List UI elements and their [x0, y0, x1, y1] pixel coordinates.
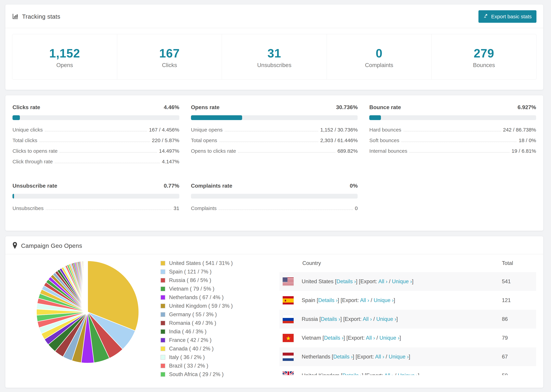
- rate-progress-track: [191, 115, 358, 120]
- legend-label: Brazil ( 33 / 2% ): [169, 363, 208, 369]
- rate-panel-header: Opens rate30.736%: [191, 104, 358, 111]
- stat-row-value: 19 / 6.81%: [512, 148, 536, 154]
- pie-slice-other[interactable]: [87, 261, 88, 312]
- country-name: Netherlands: [302, 354, 332, 360]
- stat-label: Unsubscribes: [222, 62, 327, 68]
- legend-label: Canada ( 40 / 2% ): [169, 346, 213, 352]
- total-cell: 79: [502, 329, 536, 347]
- legend-swatch: [161, 278, 165, 283]
- stat-row-label: Unsubscribes: [13, 205, 44, 211]
- legend-label: Spain ( 121 / 7% ): [169, 269, 212, 275]
- flag-vn-icon: [283, 334, 294, 342]
- country-cell: Netherlands [Details ›] [Export: All › /…: [279, 347, 502, 366]
- dotted-leader: [55, 163, 160, 163]
- rate-value: 0%: [350, 183, 358, 189]
- rate-title: Unsubscribe rate: [13, 183, 57, 189]
- stat-row-label: Total clicks: [13, 138, 37, 143]
- map-pin-icon: [12, 242, 18, 250]
- legend-label: South Africa ( 29 / 2% ): [169, 371, 224, 378]
- export-icon: [483, 13, 488, 20]
- legend-item-netherlands: Netherlands ( 67 / 4% ): [161, 294, 263, 301]
- stat-row-label: Complaints: [191, 205, 217, 211]
- stat-row-label: Unique clicks: [13, 127, 43, 133]
- stat-row-label: Hard bounces: [369, 127, 401, 133]
- stat-row-label: Unique opens: [191, 127, 223, 133]
- country-row-text: Vietnam [Details ›] [Export: All › / Uni…: [302, 335, 401, 341]
- details-link[interactable]: Details ›: [321, 316, 340, 322]
- stat-row-value: 1,152 / 30.736%: [320, 127, 358, 133]
- legend-swatch: [161, 338, 165, 343]
- stat-row-label: Internal bounces: [369, 148, 407, 154]
- dotted-leader: [39, 142, 150, 142]
- rate-panel-header: Clicks rate4.46%: [13, 104, 179, 111]
- export-all-link[interactable]: All ›: [363, 316, 372, 322]
- legend-swatch: [161, 269, 165, 274]
- rate-value: 6.927%: [517, 104, 536, 111]
- country-name: Vietnam: [302, 335, 323, 341]
- rate-progress-track: [369, 115, 536, 120]
- rate-panel-clicks-rate: Clicks rate4.46%Unique clicks167 / 4.456…: [13, 104, 179, 169]
- stat-row-click-through-rate: Click through rate4.147%: [13, 159, 179, 164]
- legend-label: Romania ( 49 / 3% ): [169, 320, 216, 326]
- legend-swatch: [161, 261, 165, 266]
- rate-value: 0.77%: [164, 183, 179, 189]
- summary-stat-clicks: 167Clicks: [117, 34, 222, 79]
- details-link[interactable]: Details ›: [318, 297, 338, 303]
- country-row-text: Russia [Details ›] [Export: All › / Uniq…: [302, 316, 398, 322]
- export-all-link[interactable]: All ›: [375, 354, 384, 360]
- rate-panel-bounce-rate: Bounce rate6.927%Hard bounces242 / 86.73…: [369, 104, 536, 169]
- export-all-link[interactable]: All ›: [378, 279, 387, 284]
- export-unique-link[interactable]: Unique ›: [398, 372, 418, 375]
- campaign-geo-opens-card: Campaign Geo Opens United States ( 541 /…: [5, 236, 544, 388]
- export-all-link[interactable]: All ›: [384, 372, 393, 375]
- dotted-leader: [401, 142, 517, 142]
- stat-label: Bounces: [431, 62, 536, 68]
- rate-panel-opens-rate: Opens rate30.736%Unique opens1,152 / 30.…: [191, 104, 358, 169]
- country-name: Russia: [302, 316, 319, 322]
- country-cell: United Kingdom [Details ›] [Export: All …: [279, 366, 502, 375]
- export-basic-stats-button[interactable]: Export basic stats: [479, 10, 537, 23]
- rate-panel-header: Unsubscribe rate0.77%: [13, 183, 179, 189]
- flag-es-icon: [283, 296, 294, 305]
- legend-swatch: [161, 312, 165, 317]
- column-header-total: Total: [502, 254, 536, 272]
- stat-row-internal-bounces: Internal bounces19 / 6.81%: [369, 148, 536, 154]
- stat-row-total-clicks: Total clicks220 / 5.87%: [13, 138, 179, 143]
- summary-stat-unsubscribes: 31Unsubscribes: [222, 34, 327, 79]
- rate-detail-rows: Unique opens1,152 / 30.736%Total opens2,…: [191, 127, 358, 154]
- country-cell: Spain [Details ›] [Export: All › / Uniqu…: [279, 291, 502, 310]
- export-unique-link[interactable]: Unique ›: [379, 335, 399, 341]
- details-link[interactable]: Details ›: [324, 335, 343, 341]
- divider: [5, 28, 543, 28]
- rate-title: Opens rate: [191, 104, 219, 111]
- export-button-label: Export basic stats: [491, 14, 532, 20]
- country-name: United States: [302, 279, 335, 284]
- summary-stat-complaints: 0Complaints: [327, 34, 431, 79]
- rate-title: Clicks rate: [13, 104, 40, 111]
- details-link[interactable]: Details ›: [333, 354, 353, 360]
- export-unique-link[interactable]: Unique ›: [389, 354, 409, 360]
- legend-label: Russia ( 86 / 5% ): [169, 277, 211, 283]
- export-all-link[interactable]: All ›: [360, 297, 369, 303]
- stat-row-hard-bounces: Hard bounces242 / 86.738%: [369, 127, 536, 133]
- stat-row-value: 2,303 / 61.446%: [320, 138, 358, 143]
- details-link[interactable]: Details ›: [342, 372, 362, 375]
- flag-us-icon: [283, 277, 294, 286]
- geo-country-table-container: Country Total United States [Details ›] …: [279, 254, 536, 375]
- export-unique-link[interactable]: Unique ›: [374, 297, 394, 303]
- legend-item-united-kingdom: United Kingdom ( 59 / 3% ): [161, 303, 263, 309]
- geo-table-body: United States [Details ›] [Export: All ›…: [279, 272, 536, 375]
- stat-value: 0: [327, 47, 431, 60]
- table-row-spain: Spain [Details ›] [Export: All › / Uniqu…: [279, 291, 536, 310]
- legend-item-germany: Germany ( 55 / 3% ): [161, 311, 263, 318]
- rate-detail-rows: Unique clicks167 / 4.456%Total clicks220…: [13, 127, 179, 164]
- stat-value: 31: [222, 47, 327, 60]
- stat-row-unsubscribes: Unsubscribes31: [13, 205, 179, 211]
- page-title: Tracking stats: [22, 13, 60, 20]
- export-all-link[interactable]: All ›: [366, 335, 375, 341]
- stat-row-value: 4.147%: [162, 159, 179, 164]
- export-unique-link[interactable]: Unique ›: [376, 316, 396, 322]
- export-unique-link[interactable]: Unique ›: [392, 279, 412, 284]
- geo-opens-pie-chart[interactable]: [13, 254, 144, 365]
- details-link[interactable]: Details ›: [336, 279, 356, 284]
